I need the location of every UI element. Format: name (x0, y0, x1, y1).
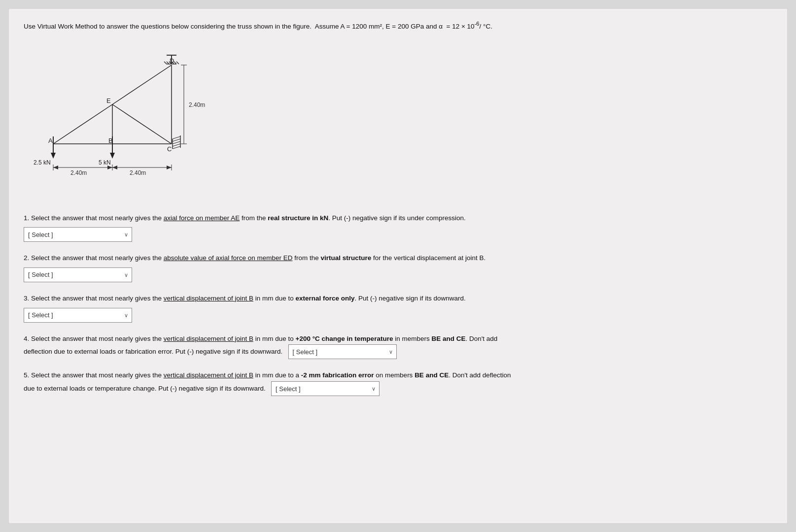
q3-bold: external force only (296, 295, 355, 302)
question-1-block: 1. Select the answer that most nearly gi… (24, 213, 772, 242)
q2-select-wrapper: [ Select ] (24, 267, 132, 282)
question-4-block: 4. Select the answer that most nearly gi… (24, 333, 772, 360)
svg-line-20 (173, 144, 180, 146)
svg-text:D: D (170, 57, 174, 65)
q5-bold1: -2 mm fabrication error (301, 371, 374, 379)
question-3-text: 3. Select the answer that most nearly gi… (24, 293, 772, 304)
q2-bold: virtual structure (321, 254, 372, 262)
svg-text:2.40m: 2.40m (130, 169, 146, 176)
svg-text:2.5 kN: 2.5 kN (34, 159, 51, 166)
q4-bold1: +200 °C change in temperature (296, 335, 393, 342)
svg-line-8 (164, 62, 167, 64)
header-text: Use Virtual Work Method to answer the qu… (24, 20, 772, 32)
svg-line-4 (112, 104, 172, 144)
question-3-select-row: [ Select ] (24, 308, 772, 323)
svg-line-19 (173, 141, 180, 144)
q2-select[interactable]: [ Select ] (24, 267, 132, 282)
q1-underline: axial force on member AE (164, 214, 240, 222)
q5-select[interactable]: [ Select ] (271, 381, 380, 396)
svg-text:2.40m: 2.40m (189, 101, 205, 108)
q5-select-wrapper: [ Select ] (271, 381, 380, 396)
svg-marker-48 (167, 166, 172, 169)
svg-text:E: E (106, 97, 111, 104)
svg-text:2.40m: 2.40m (70, 169, 87, 176)
question-2-select-row: [ Select ] (24, 267, 772, 282)
svg-marker-47 (112, 166, 117, 169)
svg-line-17 (173, 136, 180, 139)
q4-select-wrapper: [ Select ] (288, 344, 397, 359)
svg-text:B: B (108, 137, 113, 144)
q1-select-wrapper: [ Select ] (24, 227, 132, 242)
svg-marker-46 (107, 166, 112, 169)
question-5-text: 5. Select the answer that most nearly gi… (24, 370, 772, 396)
q3-underline: vertical displacement of joint B (164, 295, 253, 302)
svg-line-21 (173, 146, 180, 149)
q3-select[interactable]: [ Select ] (24, 308, 132, 323)
q3-select-wrapper: [ Select ] (24, 308, 132, 323)
svg-marker-24 (51, 153, 56, 159)
main-page: Use Virtual Work Method to answer the qu… (9, 9, 787, 523)
question-4-text: 4. Select the answer that most nearly gi… (24, 333, 772, 360)
svg-marker-26 (110, 153, 115, 159)
question-1-text: 1. Select the answer that most nearly gi… (24, 213, 772, 224)
truss-diagram: A B C D E 2.5 kN 5 kN 2.40m 2.40m 2.40m (24, 40, 270, 198)
q5-underline: vertical displacement of joint B (164, 371, 253, 379)
question-2-block: 2. Select the answer that most nearly gi… (24, 253, 772, 282)
question-3-block: 3. Select the answer that most nearly gi… (24, 293, 772, 323)
svg-line-18 (173, 139, 180, 141)
q1-bold: real structure in kN (268, 214, 328, 222)
q4-bold2: BE and CE (431, 335, 465, 342)
svg-line-2 (53, 104, 112, 144)
svg-marker-45 (53, 166, 58, 169)
svg-text:5 kN: 5 kN (99, 159, 111, 166)
svg-line-13 (176, 62, 179, 64)
question-1-select-row: [ Select ] (24, 227, 772, 242)
q1-select[interactable]: [ Select ] (24, 227, 132, 242)
svg-line-5 (112, 65, 172, 104)
q4-underline: vertical displacement of joint B (164, 335, 253, 342)
svg-text:A: A (48, 137, 53, 144)
q5-bold2: BE and CE (415, 371, 449, 379)
question-2-text: 2. Select the answer that most nearly gi… (24, 253, 772, 264)
q4-select[interactable]: [ Select ] (288, 344, 397, 359)
q2-underline: absolute value of axial force on member … (164, 254, 293, 262)
question-5-block: 5. Select the answer that most nearly gi… (24, 370, 772, 396)
svg-text:C: C (167, 145, 172, 153)
